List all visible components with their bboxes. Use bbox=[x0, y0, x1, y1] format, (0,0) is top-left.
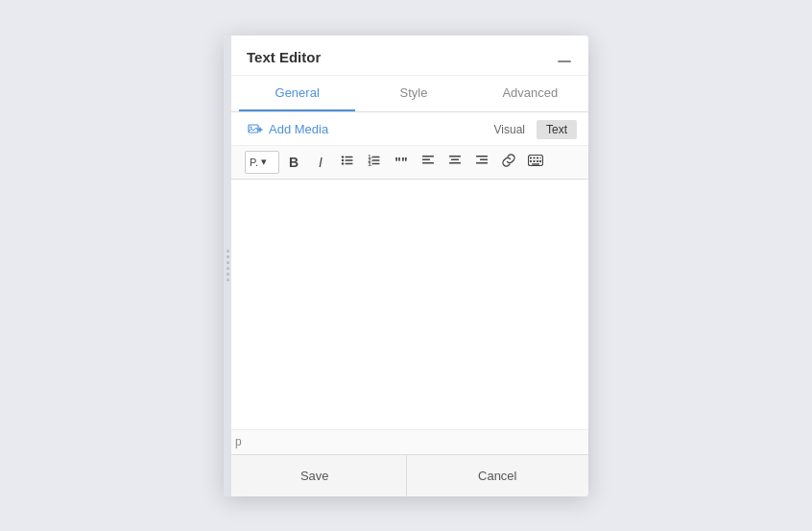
svg-rect-30 bbox=[537, 160, 538, 162]
svg-point-2 bbox=[342, 156, 344, 157]
resize-dot bbox=[227, 273, 229, 276]
align-center-icon bbox=[448, 154, 462, 170]
add-media-icon bbox=[247, 121, 264, 138]
svg-point-6 bbox=[342, 162, 344, 164]
resize-dot bbox=[227, 278, 229, 281]
link-button[interactable] bbox=[496, 151, 521, 174]
dialog-header: Text Editor bbox=[224, 36, 588, 76]
resize-handle[interactable] bbox=[224, 36, 231, 496]
svg-rect-16 bbox=[422, 162, 434, 164]
svg-rect-24 bbox=[530, 157, 532, 159]
italic-icon: I bbox=[319, 155, 322, 170]
svg-rect-27 bbox=[540, 157, 541, 159]
paragraph-dropdown-arrow: ▾ bbox=[261, 156, 267, 168]
blockquote-icon2: " bbox=[401, 155, 408, 170]
svg-rect-7 bbox=[346, 163, 353, 164]
dialog-footer: Save Cancel bbox=[224, 454, 588, 496]
save-button[interactable]: Save bbox=[224, 455, 406, 496]
bold-icon: B bbox=[289, 155, 299, 170]
formatting-toolbar: P. ▾ B I 1.2.3. bbox=[224, 146, 588, 180]
svg-rect-20 bbox=[476, 156, 488, 157]
svg-rect-18 bbox=[451, 159, 459, 161]
dialog-title: Text Editor bbox=[247, 49, 321, 65]
visual-view-button[interactable]: Visual bbox=[485, 120, 535, 139]
bold-button[interactable]: B bbox=[281, 151, 306, 174]
svg-rect-13 bbox=[372, 163, 380, 164]
align-right-button[interactable] bbox=[469, 151, 494, 174]
unordered-list-button[interactable] bbox=[335, 151, 360, 174]
align-center-button[interactable] bbox=[442, 151, 467, 174]
resize-dot bbox=[227, 261, 229, 264]
editor-status-text: p bbox=[235, 435, 242, 448]
svg-rect-14 bbox=[422, 156, 434, 157]
editor-status-bar: p bbox=[224, 429, 588, 454]
resize-dot bbox=[227, 255, 229, 258]
editor-area: Add Media Visual Text P. ▾ B I bbox=[224, 112, 588, 454]
svg-rect-11 bbox=[372, 159, 380, 160]
link-icon bbox=[502, 154, 515, 170]
svg-rect-22 bbox=[476, 162, 488, 164]
svg-rect-25 bbox=[534, 157, 536, 159]
tab-general[interactable]: General bbox=[239, 76, 355, 111]
svg-rect-21 bbox=[480, 159, 488, 161]
keyboard-button[interactable] bbox=[523, 151, 548, 174]
ordered-list-button[interactable]: 1.2.3. bbox=[362, 151, 387, 174]
svg-point-4 bbox=[342, 159, 344, 161]
add-media-button[interactable]: Add Media bbox=[247, 121, 328, 138]
resize-dot bbox=[227, 250, 229, 253]
align-left-icon bbox=[421, 154, 435, 170]
tab-advanced[interactable]: Advanced bbox=[472, 76, 588, 111]
svg-rect-15 bbox=[422, 159, 430, 161]
minimize-icon[interactable] bbox=[558, 51, 573, 62]
paragraph-label: P. bbox=[250, 157, 258, 168]
svg-text:3.: 3. bbox=[369, 161, 373, 167]
italic-button[interactable]: I bbox=[308, 151, 333, 174]
keyboard-icon bbox=[528, 155, 543, 169]
tab-style[interactable]: Style bbox=[355, 76, 471, 111]
svg-rect-17 bbox=[449, 156, 461, 157]
editor-toolbar-top: Add Media Visual Text bbox=[224, 112, 588, 146]
blockquote-button[interactable]: " " bbox=[389, 151, 414, 174]
cancel-button[interactable]: Cancel bbox=[406, 455, 589, 496]
editor-content[interactable] bbox=[224, 180, 588, 429]
svg-rect-26 bbox=[537, 157, 538, 159]
svg-rect-9 bbox=[372, 157, 380, 157]
tabs-row: General Style Advanced bbox=[224, 76, 588, 112]
svg-point-1 bbox=[251, 126, 252, 128]
blockquote-icon: " bbox=[394, 155, 401, 170]
align-right-icon bbox=[475, 154, 489, 170]
add-media-label: Add Media bbox=[269, 122, 328, 136]
resize-dot bbox=[227, 267, 229, 270]
unordered-list-icon bbox=[341, 154, 354, 170]
align-left-button[interactable] bbox=[416, 151, 441, 174]
svg-rect-28 bbox=[530, 160, 532, 162]
ordered-list-icon: 1.2.3. bbox=[368, 154, 381, 170]
svg-rect-3 bbox=[346, 157, 353, 157]
svg-rect-29 bbox=[534, 160, 536, 162]
text-view-button[interactable]: Text bbox=[537, 120, 577, 139]
text-editor-dialog: Text Editor General Style Advanced Add M… bbox=[224, 36, 588, 496]
svg-rect-19 bbox=[449, 162, 461, 164]
svg-rect-31 bbox=[539, 160, 541, 162]
svg-rect-5 bbox=[346, 159, 353, 160]
paragraph-selector[interactable]: P. ▾ bbox=[245, 151, 279, 174]
view-toggle: Visual Text bbox=[485, 120, 577, 139]
svg-rect-32 bbox=[532, 163, 539, 165]
